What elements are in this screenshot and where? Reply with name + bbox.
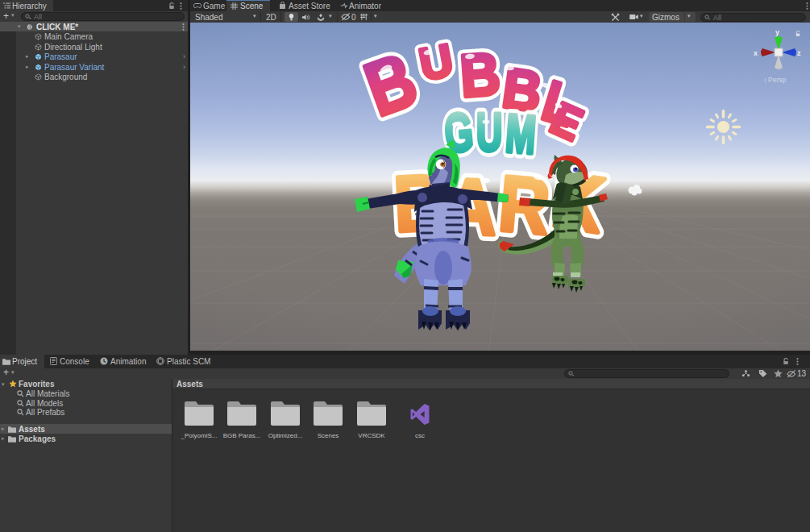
svg-text:M: M [504,102,538,165]
svg-text:U: U [476,102,502,162]
svg-text:z: z [797,49,801,57]
svg-text:B: B [355,36,427,131]
svg-text:y: y [775,28,779,36]
svg-text:U: U [415,34,457,90]
svg-text:B: B [458,40,502,110]
svg-text:x: x [754,49,758,57]
